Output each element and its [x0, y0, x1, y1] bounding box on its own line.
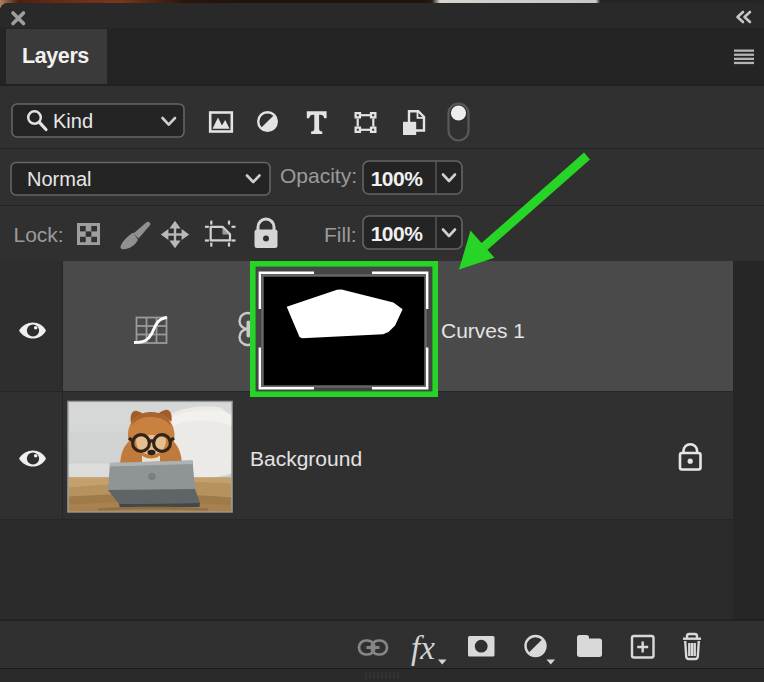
svg-text:100%: 100% — [371, 167, 424, 190]
svg-text:Normal: Normal — [27, 168, 91, 190]
svg-text:Fill:: Fill: — [324, 223, 357, 246]
svg-text:Kind: Kind — [53, 110, 93, 132]
svg-text:Opacity:: Opacity: — [280, 164, 357, 187]
svg-text:Lock:: Lock: — [14, 223, 64, 246]
svg-text:Layers: Layers — [22, 44, 89, 68]
svg-text:Background: Background — [250, 447, 362, 470]
svg-text:100%: 100% — [371, 222, 424, 245]
svg-text:fx: fx — [411, 630, 435, 666]
svg-text:Curves 1: Curves 1 — [441, 319, 525, 342]
